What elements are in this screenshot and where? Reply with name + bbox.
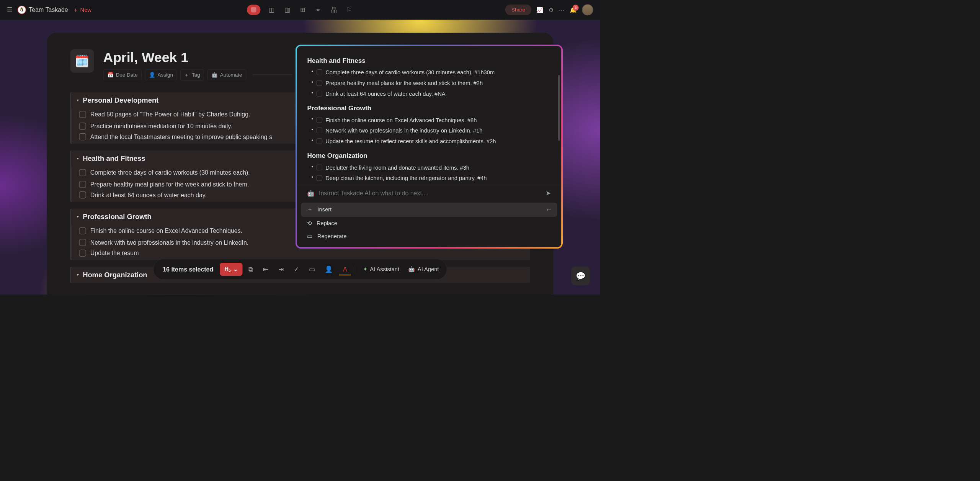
ai-instruction-input[interactable]	[319, 190, 541, 197]
new-button[interactable]: ＋ New	[73, 6, 91, 14]
ai-item-text: Deep clean the kitchen, including the re…	[325, 174, 487, 182]
notifications-icon[interactable]: 🔔3	[570, 7, 577, 13]
ai-suggestion-item[interactable]: Network with two professionals in the in…	[307, 125, 551, 136]
person-icon: 👤	[149, 72, 155, 78]
ai-replace-action[interactable]: ⟲ Replace	[301, 217, 557, 230]
caret-down-icon: ▼	[76, 273, 79, 277]
view-mindmap-icon[interactable]: ⚭	[314, 6, 322, 14]
scrollbar[interactable]	[558, 75, 560, 141]
assign-icon[interactable]: 👤	[321, 263, 336, 275]
view-calendar-icon[interactable]: ▥	[283, 6, 291, 14]
ai-item-checkbox[interactable]	[317, 69, 322, 75]
ai-assistant-button[interactable]: ✦AI Assistant	[359, 263, 402, 275]
automate-label: Automate	[220, 72, 242, 78]
ai-item-text: Declutter the living room and donate unw…	[325, 164, 469, 172]
sparkle-icon: ✦	[363, 266, 368, 273]
ai-input-row: 🤖 ➤	[297, 185, 561, 200]
ai-item-checkbox[interactable]	[317, 138, 322, 144]
task-checkbox[interactable]	[79, 123, 86, 129]
text-color-icon[interactable]: A	[339, 263, 351, 275]
share-button[interactable]: Share	[505, 5, 531, 15]
view-board-icon[interactable]: ◫	[268, 6, 276, 14]
selection-count: 16 items selected	[163, 266, 213, 273]
ai-regenerate-action[interactable]: ▭ Regenerate	[301, 230, 557, 243]
ai-suggestion-item[interactable]: Update the resume to reflect recent skil…	[307, 136, 551, 147]
view-action-icon[interactable]: ⚐	[345, 6, 353, 14]
ai-suggestion-item[interactable]: Declutter the living room and donate unw…	[307, 162, 551, 173]
document-icon[interactable]: 🗓️	[70, 49, 94, 73]
new-label: New	[80, 7, 91, 13]
send-icon[interactable]: ➤	[546, 189, 551, 197]
task-row[interactable]: Update the resum	[72, 249, 530, 260]
task-text: Prepare healthy meal plans for the week …	[90, 181, 249, 188]
ai-suggestion-item[interactable]: Prepare healthy meal plans for the week …	[307, 78, 551, 88]
team-badge[interactable]: 🐧 Team Taskade	[18, 6, 68, 14]
view-table-icon[interactable]: ⊞	[299, 6, 307, 14]
task-checkbox[interactable]	[79, 250, 86, 257]
notif-badge: 3	[573, 5, 579, 11]
outdent-icon[interactable]: ⇤	[259, 263, 272, 275]
top-bar: ☰ 🐧 Team Taskade ＋ New ◫ ▥ ⊞ ⚭ 品 ⚐ Share…	[0, 0, 600, 20]
view-list-button[interactable]	[247, 5, 261, 15]
view-orgchart-icon[interactable]: 品	[330, 6, 338, 14]
settings-icon[interactable]: ⚙	[549, 7, 554, 13]
task-text: Update the resum	[90, 249, 139, 257]
task-text: Practice mindfulness meditation for 10 m…	[90, 123, 232, 130]
section-title: Professional Growth	[83, 213, 152, 221]
ai-item-text: Complete three days of cardio workouts (…	[325, 69, 495, 77]
selection-toolbar: 16 items selected H2⌄ ⧉ ⇤ ⇥ ✓ ▭ 👤 A ✦AI …	[153, 259, 447, 280]
team-name: Team Taskade	[29, 6, 68, 13]
task-checkbox[interactable]	[79, 169, 86, 176]
task-checkbox[interactable]	[79, 227, 86, 234]
ai-item-checkbox[interactable]	[317, 91, 322, 97]
more-icon[interactable]: ⋯	[559, 7, 565, 13]
ai-suggestion-item[interactable]: Finish the online course on Excel Advanc…	[307, 115, 551, 125]
task-text: Read 50 pages of "The Power of Habit" by…	[90, 111, 250, 118]
ai-item-checkbox[interactable]	[317, 117, 322, 123]
complete-icon[interactable]: ✓	[290, 263, 303, 275]
task-checkbox[interactable]	[79, 181, 86, 188]
ai-item-checkbox[interactable]	[317, 80, 322, 86]
ai-item-checkbox[interactable]	[317, 165, 322, 170]
tag-chip[interactable]: ＋Tag	[180, 69, 204, 80]
caret-down-icon: ▼	[76, 98, 79, 102]
robot-icon: 🤖	[211, 72, 218, 78]
task-checkbox[interactable]	[79, 191, 86, 198]
task-checkbox[interactable]	[79, 133, 86, 140]
ai-suggestions-list[interactable]: Health and FitnessComplete three days of…	[297, 52, 561, 183]
view-switcher: ◫ ▥ ⊞ ⚭ 品 ⚐	[247, 5, 353, 15]
ai-item-checkbox[interactable]	[317, 128, 322, 133]
assign-chip[interactable]: 👤Assign	[145, 70, 177, 80]
chat-fab[interactable]: 💬	[571, 267, 590, 285]
menu-icon[interactable]: ☰	[7, 6, 13, 14]
date-icon[interactable]: ▭	[305, 263, 319, 275]
ai-agent-button[interactable]: 🤖AI Agent	[405, 263, 442, 275]
task-checkbox[interactable]	[79, 111, 86, 118]
robot-icon: 🤖	[408, 266, 415, 273]
section-title: Personal Development	[83, 97, 158, 105]
assign-label: Assign	[158, 72, 173, 78]
ai-item-checkbox[interactable]	[317, 175, 322, 181]
ai-assistant-label: AI Assistant	[370, 266, 399, 273]
chevron-down-icon: ⌄	[233, 266, 238, 273]
automate-chip[interactable]: 🤖Automate	[207, 70, 246, 80]
activity-icon[interactable]: 📈	[536, 7, 543, 13]
due-date-chip[interactable]: 📅Due Date	[103, 70, 142, 80]
section-title: Home Organization	[83, 271, 147, 279]
due-date-label: Due Date	[116, 72, 138, 78]
ai-item-text: Prepare healthy meal plans for the week …	[325, 79, 483, 87]
indent-icon[interactable]: ⇥	[274, 263, 287, 275]
replace-icon: ⟲	[307, 220, 312, 227]
user-avatar[interactable]	[582, 4, 593, 15]
copy-icon[interactable]: ⧉	[245, 263, 257, 275]
task-text: Drink at least 64 ounces of water each d…	[90, 191, 207, 198]
replace-label: Replace	[317, 220, 337, 227]
heading-dropdown[interactable]: H2⌄	[220, 263, 242, 276]
ai-suggestion-item[interactable]: Drink at least 64 ounces of water each d…	[307, 88, 551, 99]
ai-insert-action[interactable]: ＋ Insert ↩	[301, 203, 557, 217]
ai-section-title: Home Organization	[307, 152, 551, 160]
ai-suggestion-item[interactable]: Complete three days of cardio workouts (…	[307, 67, 551, 78]
task-checkbox[interactable]	[79, 239, 86, 246]
ai-suggestion-item[interactable]: Deep clean the kitchen, including the re…	[307, 173, 551, 183]
tag-label: Tag	[192, 72, 200, 78]
